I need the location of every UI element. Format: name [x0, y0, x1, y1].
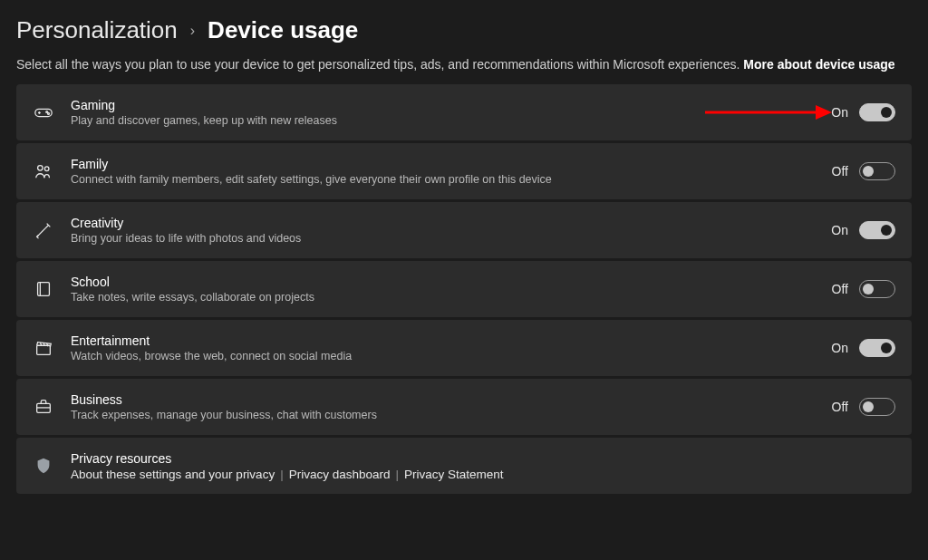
- svg-point-8: [44, 167, 49, 171]
- svg-point-3: [46, 111, 48, 113]
- page-subheading: Select all the ways you plan to use your…: [16, 57, 912, 72]
- page-title: Device usage: [208, 16, 358, 44]
- book-icon: [33, 278, 54, 300]
- toggle-entertainment[interactable]: [859, 339, 895, 357]
- toggle-state-label: Off: [828, 400, 848, 414]
- gamepad-icon: [33, 101, 54, 123]
- breadcrumb: Personalization › Device usage: [16, 16, 912, 44]
- shield-icon: [33, 455, 54, 477]
- setting-description: Connect with family members, edit safety…: [71, 173, 828, 186]
- subheading-text: Select all the ways you plan to use your…: [16, 57, 743, 72]
- privacy-link-dashboard[interactable]: Privacy dashboard: [289, 468, 391, 481]
- creativity-icon: [33, 219, 54, 241]
- toggle-state-label: Off: [828, 164, 848, 179]
- chevron-right-icon: ›: [190, 23, 195, 39]
- setting-title: School: [71, 275, 828, 289]
- svg-point-7: [38, 166, 44, 171]
- toggle-gaming[interactable]: [859, 103, 895, 121]
- setting-title: Business: [71, 392, 828, 407]
- privacy-resources-card: Privacy resources About these settings a…: [16, 438, 912, 494]
- breadcrumb-parent[interactable]: Personalization: [16, 16, 178, 44]
- privacy-title: Privacy resources: [71, 451, 895, 466]
- svg-rect-11: [37, 345, 51, 354]
- setting-title: Gaming: [71, 98, 828, 112]
- toggle-family[interactable]: [859, 162, 895, 180]
- setting-card-family: Family Connect with family members, edit…: [16, 143, 912, 199]
- setting-description: Take notes, write essays, collaborate on…: [71, 291, 828, 304]
- setting-description: Track expenses, manage your business, ch…: [71, 409, 828, 421]
- more-about-link[interactable]: More about device usage: [743, 57, 894, 72]
- setting-card-business: Business Track expenses, manage your bus…: [16, 379, 912, 435]
- toggle-state-label: On: [828, 223, 848, 237]
- privacy-link-statement[interactable]: Privacy Statement: [404, 468, 504, 481]
- setting-description: Play and discover games, keep up with ne…: [71, 114, 828, 127]
- toggle-state-label: Off: [828, 282, 848, 296]
- toggle-creativity[interactable]: [859, 221, 895, 239]
- setting-card-gaming: Gaming Play and discover games, keep up …: [16, 84, 912, 140]
- briefcase-icon: [33, 396, 54, 418]
- toggle-school[interactable]: [859, 280, 895, 298]
- settings-list: Gaming Play and discover games, keep up …: [16, 84, 912, 494]
- setting-description: Watch videos, browse the web, connect on…: [71, 350, 828, 362]
- setting-card-school: School Take notes, write essays, collabo…: [16, 261, 912, 317]
- toggle-state-label: On: [828, 341, 848, 355]
- setting-title: Creativity: [71, 216, 828, 230]
- clapperboard-icon: [33, 337, 54, 359]
- separator: |: [395, 468, 399, 481]
- privacy-links: About these settings and your privacy|Pr…: [71, 468, 895, 481]
- family-icon: [33, 160, 54, 182]
- svg-rect-9: [38, 283, 50, 296]
- setting-description: Bring your ideas to life with photos and…: [71, 232, 828, 245]
- privacy-link-about[interactable]: About these settings and your privacy: [71, 468, 275, 481]
- setting-card-entertainment: Entertainment Watch videos, browse the w…: [16, 320, 912, 376]
- setting-card-creativity: Creativity Bring your ideas to life with…: [16, 202, 912, 258]
- svg-point-4: [48, 112, 50, 114]
- toggle-business[interactable]: [859, 398, 895, 416]
- setting-title: Family: [71, 157, 828, 171]
- setting-title: Entertainment: [71, 333, 828, 348]
- toggle-state-label: On: [828, 105, 848, 120]
- separator: |: [280, 468, 284, 481]
